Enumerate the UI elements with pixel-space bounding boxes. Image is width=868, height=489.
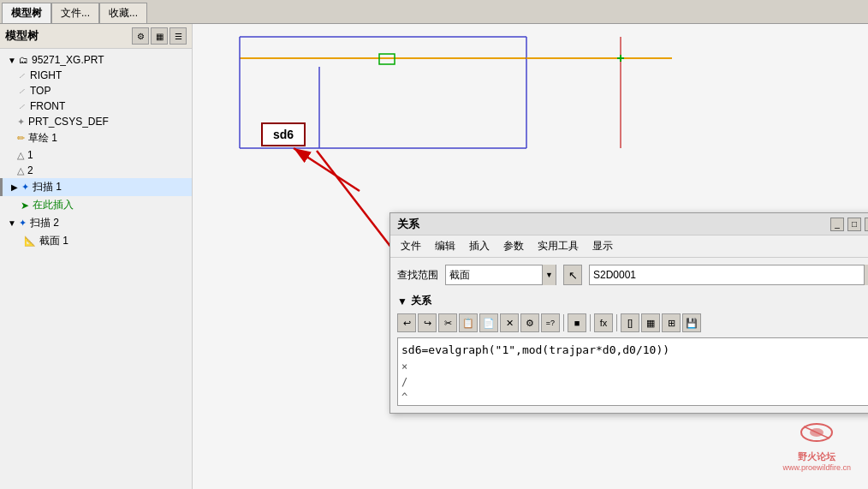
relations-section-header: ▼ 关系 (397, 294, 868, 308)
insert-here-label: 在此插入 (33, 198, 74, 212)
tree-expand-scan1[interactable]: ▶ (9, 182, 20, 193)
symbol-div: / (401, 374, 868, 390)
tab-files[interactable]: 文件... (51, 3, 99, 23)
tree-item-scan1[interactable]: ▶ ✦ 扫描 1 (0, 178, 192, 196)
delete-btn[interactable]: ✕ (500, 313, 519, 332)
dialog-controls: _ □ × (830, 218, 868, 231)
top-tabs: 模型树 文件... 收藏... (0, 0, 868, 24)
paste-btn[interactable]: 📄 (479, 313, 498, 332)
watermark: 野火论坛 www.proewildfire.cn (782, 420, 851, 472)
triangle-icon: ▼ (397, 295, 407, 307)
undo-btn[interactable]: ↩ (397, 313, 416, 332)
tree-label-right: RIGHT (30, 69, 62, 81)
left-panel: 模型树 ⚙ ▦ ☰ ▼ 🗂 95271_XG.PRT ⟋ RIGHT ⟋ (0, 24, 193, 489)
model-tree-title: 模型树 (5, 28, 39, 44)
cursor-icon: ↖ (568, 269, 578, 282)
right-area: sd6 关系 _ (193, 24, 868, 489)
tab-favorites[interactable]: 收藏... (99, 3, 147, 23)
scope-label: 查找范围 (397, 268, 438, 283)
tree-expand-root[interactable]: ▼ (7, 55, 17, 65)
sketch-icon: ✏ (17, 133, 25, 144)
tree-label-root: 95271_XG.PRT (32, 54, 104, 66)
menu-tools[interactable]: 实用工具 (531, 237, 586, 255)
scope-input-arrow[interactable]: ▼ (864, 265, 868, 285)
insert-here-row[interactable]: ➤ 在此插入 (0, 196, 192, 214)
tab-model-tree-label: 模型树 (11, 6, 42, 21)
tree-tool-expand[interactable]: ▦ (151, 27, 168, 45)
cad-viewport: sd6 关系 _ (193, 24, 868, 489)
copy-btn[interactable]: 📋 (459, 313, 478, 332)
watermark-text: 野火论坛 (798, 450, 835, 463)
tree-expand-scan2[interactable]: ▼ (7, 218, 17, 229)
tree-item-analysis2[interactable]: △ 2 (0, 163, 192, 178)
menu-insert[interactable]: 插入 (462, 237, 496, 255)
tab-model-tree[interactable]: 模型树 (2, 3, 51, 23)
toolbar-sep-3 (616, 314, 617, 331)
symbol-parens: () (401, 405, 868, 406)
sd6-text: sd6 (273, 128, 294, 141)
tree-item-analysis1[interactable]: △ 1 (0, 147, 192, 163)
tree-label-scan1: 扫描 1 (33, 180, 62, 194)
tree-item-sketch1[interactable]: ✏ 草绘 1 (0, 129, 192, 147)
symbol-caret: ^ (401, 390, 868, 405)
toolbar-sep-2 (590, 314, 591, 331)
tree-item-root[interactable]: ▼ 🗂 95271_XG.PRT (0, 52, 192, 68)
model-tree-header: 模型树 ⚙ ▦ ☰ (0, 24, 192, 49)
tree-label-top: TOP (30, 85, 51, 97)
cut-btn[interactable]: ✂ (438, 313, 457, 332)
dialog-close[interactable]: × (865, 218, 868, 231)
dialog-minimize[interactable]: _ (830, 218, 844, 231)
watermark-logo (800, 420, 834, 450)
scope-input-value: S2D0001 (590, 269, 864, 281)
scope-input-field[interactable]: S2D0001 ▼ (589, 265, 868, 285)
tree-item-section1[interactable]: 📐 截面 1 (0, 232, 192, 250)
tree-label-front: FRONT (30, 100, 65, 112)
menu-edit[interactable]: 编辑 (428, 237, 462, 255)
menu-params[interactable]: 参数 (496, 237, 531, 255)
save-btn[interactable]: 💾 (682, 313, 701, 332)
formula-line: sd6=evalgraph("1",mod(trajpar*d0,d0/10)) (401, 342, 868, 359)
wrench-btn[interactable]: ⚙ (520, 313, 539, 332)
scope-dropdown-arrow[interactable]: ▼ (542, 265, 556, 285)
fx-btn[interactable]: fx (594, 313, 613, 332)
tree-label-section1: 截面 1 (39, 234, 68, 248)
tree-items: ▼ 🗂 95271_XG.PRT ⟋ RIGHT ⟋ TOP ⟋ FRONT (0, 49, 192, 489)
insert-arrow-icon: ➤ (21, 200, 29, 212)
formula-text: sd6=evalgraph("1",mod(trajpar*d0,d0/10)) (401, 343, 669, 356)
editor-symbols: × / ^ () [] (401, 359, 868, 406)
csys-icon: ✦ (17, 116, 25, 128)
table-btn[interactable]: ⊞ (662, 313, 681, 332)
tree-tool-settings[interactable]: ⚙ (132, 27, 149, 45)
plane-icon-front: ⟋ (17, 101, 27, 111)
bracket-btn[interactable]: [] (621, 313, 639, 332)
tree-item-csys[interactable]: ✦ PRT_CSYS_DEF (0, 114, 192, 129)
section-icon: 📐 (24, 236, 36, 247)
tree-label-analysis1: 1 (27, 149, 33, 161)
scope-cursor-btn[interactable]: ↖ (563, 265, 582, 285)
dialog-titlebar: 关系 _ □ × (390, 213, 868, 236)
relations-section-label: 关系 (411, 294, 431, 308)
black-square-btn[interactable]: ■ (568, 313, 586, 332)
tree-icon-root: 🗂 (19, 55, 28, 65)
grid-btn[interactable]: ▦ (641, 313, 660, 332)
watermark-url: www.proewildfire.cn (782, 463, 851, 472)
tree-tool-filter[interactable]: ☰ (169, 27, 187, 45)
tree-item-top[interactable]: ⟋ TOP (0, 83, 192, 98)
main-layout: 模型树 ⚙ ▦ ☰ ▼ 🗂 95271_XG.PRT ⟋ RIGHT ⟋ (0, 24, 868, 489)
menu-file[interactable]: 文件 (394, 237, 428, 255)
tree-item-scan2[interactable]: ▼ ✦ 扫描 2 (0, 214, 192, 232)
dialog-maximize[interactable]: □ (847, 218, 861, 231)
tree-item-right[interactable]: ⟋ RIGHT (0, 68, 192, 83)
dialog-title: 关系 (397, 217, 419, 232)
scope-value: 截面 (446, 268, 542, 283)
toolbar-sep-1 (563, 314, 564, 331)
tree-item-front[interactable]: ⟋ FRONT (0, 98, 192, 114)
relations-editor[interactable]: sd6=evalgraph("1",mod(trajpar*d0,d0/10))… (397, 337, 868, 406)
tab-files-label: 文件... (61, 6, 90, 21)
redo-btn[interactable]: ↪ (418, 313, 437, 332)
tree-label-scan2: 扫描 2 (30, 216, 59, 230)
symbol-x: × (401, 359, 868, 374)
menu-display[interactable]: 显示 (586, 237, 620, 255)
equals-btn[interactable]: =? (541, 313, 560, 332)
scope-select[interactable]: 截面 ▼ (445, 265, 556, 285)
